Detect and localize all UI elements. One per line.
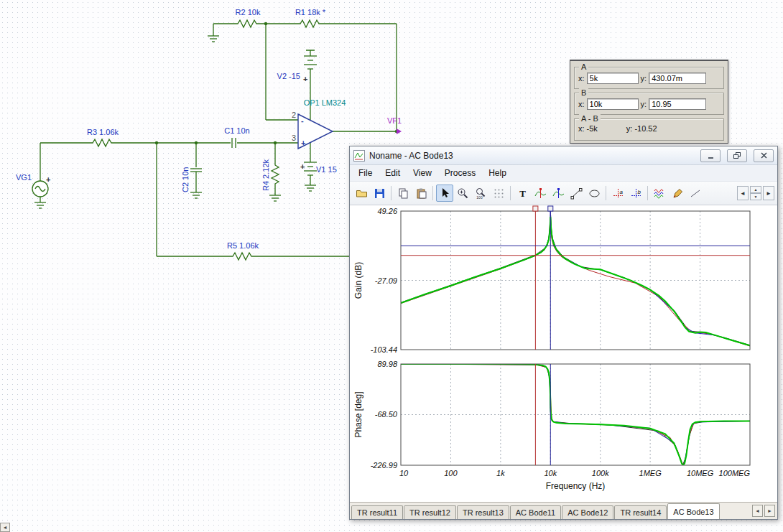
cursor-b-handle[interactable] xyxy=(548,206,553,211)
label-r4: R4 2.12k xyxy=(261,159,270,191)
prev-page-button[interactable]: ◄ xyxy=(737,186,749,200)
tab-scroll-left-button[interactable]: ◄ xyxy=(752,505,763,517)
label-r2: R2 10k xyxy=(236,8,261,17)
hscroll-left-button[interactable]: ◄ xyxy=(0,523,10,532)
svg-text:10MEG: 10MEG xyxy=(687,469,714,477)
pin-3-label: 3 xyxy=(292,134,296,142)
waveforms-icon xyxy=(654,187,666,200)
label-v1: V1 15 xyxy=(316,165,337,174)
battery-v1[interactable] xyxy=(304,162,317,175)
resistor-r5[interactable] xyxy=(230,253,256,260)
pen-tool-button[interactable] xyxy=(669,185,686,202)
waves-button[interactable] xyxy=(651,185,668,202)
tab-tr-result11[interactable]: TR result11 xyxy=(351,505,403,519)
cursor-ab-x-label: x: xyxy=(578,124,585,133)
cursor-b-y-label: y: xyxy=(641,100,647,108)
close-button[interactable] xyxy=(754,149,774,162)
ellipse-tool-button[interactable] xyxy=(585,185,603,202)
cursor-b-tool-icon xyxy=(552,187,565,200)
opamp-plus-icon: + xyxy=(301,139,305,147)
tab-tr-result13[interactable]: TR result13 xyxy=(457,505,509,519)
window-icon xyxy=(353,150,365,162)
cursor-a-handle[interactable] xyxy=(533,206,538,211)
vg1-plus-icon: + xyxy=(46,175,50,184)
resistor-r4[interactable] xyxy=(272,162,279,188)
menu-process[interactable]: Process xyxy=(438,166,482,180)
marker-a-icon: a xyxy=(612,187,624,200)
svg-text:100: 100 xyxy=(476,195,483,200)
grid-button[interactable] xyxy=(490,185,507,202)
ground-icon xyxy=(305,185,316,191)
marker-b-button[interactable]: b xyxy=(627,185,644,202)
open-folder-icon xyxy=(356,187,368,200)
label-vg1: VG1 xyxy=(16,173,32,182)
tab-tr-result14[interactable]: TR result14 xyxy=(614,505,667,519)
tab-tr-result12[interactable]: TR result12 xyxy=(404,505,456,519)
text-tool-icon: T xyxy=(516,187,529,200)
battery-v2[interactable] xyxy=(304,56,317,69)
svg-text:100: 100 xyxy=(444,469,458,477)
cursor-a-group-title: A xyxy=(579,62,588,71)
svg-text:Phase [deg]: Phase [deg] xyxy=(353,391,363,437)
svg-text:-27.09: -27.09 xyxy=(375,276,397,285)
select-tool-button[interactable] xyxy=(436,185,453,202)
resistor-r3[interactable] xyxy=(90,139,116,146)
tab-ac-bode13[interactable]: AC Bode13 xyxy=(667,503,719,519)
cursor-a-x-input[interactable] xyxy=(587,73,639,84)
next-page-button[interactable]: ► xyxy=(763,186,774,200)
resistor-r2[interactable] xyxy=(235,20,261,27)
zoom-in-icon xyxy=(457,187,469,200)
restore-button[interactable] xyxy=(727,149,747,162)
cursor-value-panel: A x: y: B x: y: A - B x: -5k y: xyxy=(570,60,728,144)
copy-button[interactable] xyxy=(394,185,412,202)
window-title: Noname - AC Bode13 xyxy=(369,151,453,161)
line-tool-icon xyxy=(690,187,702,200)
slope-tool-button[interactable] xyxy=(567,185,585,202)
zoom-in-button[interactable] xyxy=(454,185,471,202)
spinner-up-icon[interactable]: ▲ xyxy=(750,186,761,193)
svg-text:10: 10 xyxy=(399,469,409,477)
bode-titlebar[interactable]: Noname - AC Bode13 xyxy=(350,146,777,165)
menu-help[interactable]: Help xyxy=(482,166,513,180)
menu-view[interactable]: View xyxy=(407,166,438,180)
capacitor-c1[interactable] xyxy=(232,138,236,148)
label-r1: R1 18k * xyxy=(295,8,326,17)
open-button[interactable] xyxy=(353,185,370,202)
tab-scroll-right-button[interactable]: ► xyxy=(764,505,775,517)
text-tool-button[interactable]: T xyxy=(514,185,531,202)
opamp-op1[interactable]: - + xyxy=(298,114,333,149)
cursor-b-x-label: x: xyxy=(578,100,585,108)
cursor-a-y-input[interactable] xyxy=(649,73,706,84)
resistor-r1[interactable] xyxy=(297,20,323,27)
cursor-a-tool-button[interactable] xyxy=(532,185,549,202)
line-tool-button[interactable] xyxy=(687,185,704,202)
cursor-b-x-input[interactable] xyxy=(587,98,639,110)
save-button[interactable] xyxy=(371,185,388,202)
vf1-pin-icon[interactable] xyxy=(397,129,402,134)
tina-main-window: - + R2 10k R1 18k * R3 1.06k C1 10n C2 1… xyxy=(0,0,783,532)
paste-button[interactable] xyxy=(412,185,430,202)
tab-ac-bode12[interactable]: AC Bode12 xyxy=(562,505,613,519)
svg-text:49.26: 49.26 xyxy=(377,207,397,215)
minimize-button[interactable] xyxy=(700,149,721,162)
capacitor-c2[interactable] xyxy=(190,169,202,172)
minimize-icon xyxy=(707,152,715,159)
grid-dots-icon xyxy=(493,187,505,200)
menu-file[interactable]: File xyxy=(352,166,379,180)
cursor-ab-group: A - B x: -5k y: -10.52 xyxy=(574,118,724,141)
page-spinner[interactable]: ▲ ▼ xyxy=(750,186,761,200)
cursor-b-tool-button[interactable] xyxy=(550,185,567,202)
svg-text:Gain (dB): Gain (dB) xyxy=(353,262,363,299)
zoom-100-button[interactable]: 100 xyxy=(472,185,489,202)
save-floppy-icon xyxy=(374,187,386,200)
cursor-ab-group-title: A - B xyxy=(579,114,601,123)
cursor-a-y-label: y: xyxy=(641,74,647,83)
cursor-b-y-input[interactable] xyxy=(649,98,706,110)
label-v2: V2 -15 xyxy=(277,72,300,80)
spinner-down-icon[interactable]: ▼ xyxy=(750,193,761,200)
schematic-wires[interactable] xyxy=(40,24,397,256)
marker-a-button[interactable]: a xyxy=(609,185,626,202)
tab-ac-bode11[interactable]: AC Bode11 xyxy=(510,505,561,519)
menu-edit[interactable]: Edit xyxy=(379,166,407,180)
ground-icon xyxy=(34,202,46,208)
